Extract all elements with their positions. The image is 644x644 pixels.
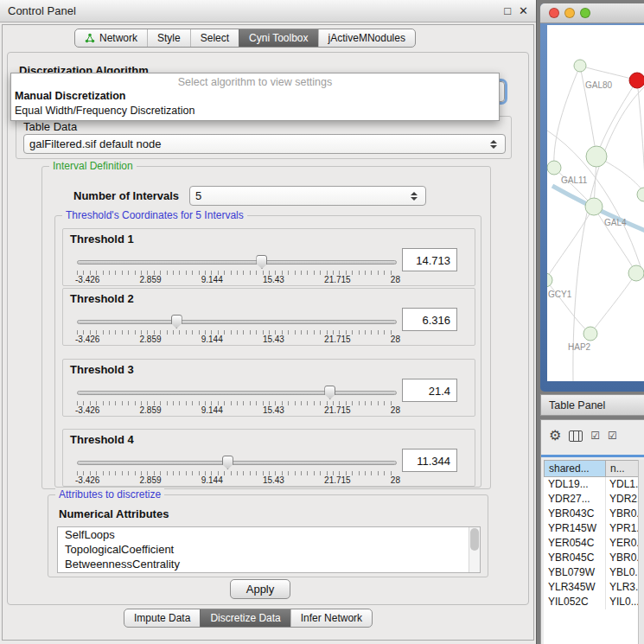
cell[interactable]: YBR045C <box>544 551 606 565</box>
table-row[interactable]: YER054CYER0... <box>544 536 638 551</box>
minimize-traffic-light-icon[interactable] <box>564 8 575 18</box>
select-checkbox-icon[interactable]: ☑ <box>608 430 617 441</box>
cell[interactable]: YIL052C <box>544 595 606 609</box>
table-row[interactable]: YDR27...YDR2... <box>544 492 638 507</box>
network-node[interactable] <box>637 188 644 201</box>
slider-thumb[interactable] <box>171 315 182 328</box>
network-node[interactable] <box>586 146 607 167</box>
cell[interactable]: YLR345W <box>544 580 606 595</box>
threshold-2-panel: Threshold 2 -3.426 2.859 9.144 15.43 21.… <box>62 288 475 346</box>
scale-tick-label: 15.43 <box>263 335 284 344</box>
table-row[interactable]: YBR043CYBR0... <box>544 507 638 521</box>
tab-impute-data[interactable]: Impute Data <box>124 609 200 627</box>
slider-track[interactable] <box>77 320 397 324</box>
cell[interactable]: YDR27... <box>544 492 606 507</box>
cell[interactable]: YBR0... <box>606 507 638 521</box>
tab-style[interactable]: Style <box>147 29 190 47</box>
scale-tick-label: 2.859 <box>140 275 162 284</box>
table-row[interactable]: YBR045CYBR0... <box>544 551 638 565</box>
slider-track[interactable] <box>77 260 397 265</box>
attributes-group: Attributes to discretize Numerical Attri… <box>48 494 488 577</box>
network-node[interactable] <box>547 161 561 175</box>
number-of-intervals-select[interactable]: 5 <box>189 186 426 206</box>
slider-track[interactable] <box>77 461 397 465</box>
cell[interactable]: YER054C <box>544 536 606 551</box>
threshold-2-slider[interactable] <box>77 315 397 330</box>
list-item[interactable]: TopologicalCoefficient <box>58 542 480 557</box>
slider-track[interactable] <box>77 391 397 395</box>
threshold-3-value-field[interactable]: 21.4 <box>402 379 457 402</box>
tab-network[interactable]: Network <box>75 29 147 47</box>
cell[interactable]: YPR145W <box>544 521 606 536</box>
cell[interactable]: YER0... <box>606 536 638 551</box>
tab-jactivemnodules[interactable]: jActiveMNodules <box>318 29 415 47</box>
network-graph: GAL80 GAL11 GAL4 GCY1 HAP2 <box>547 25 644 381</box>
select-checkbox-icon[interactable]: ☑ <box>590 430 600 441</box>
table-row[interactable]: YPR145WYPR1... <box>544 521 638 536</box>
gear-icon[interactable]: ⚙ <box>549 429 561 443</box>
close-icon[interactable]: ✕ <box>519 4 528 17</box>
tab-label: Style <box>157 32 181 44</box>
network-node[interactable] <box>547 273 552 287</box>
network-node[interactable] <box>628 265 644 281</box>
tab-cyni-toolbox[interactable]: Cyni Toolbox <box>239 29 317 47</box>
cell[interactable]: YBR043C <box>544 507 606 521</box>
table-row[interactable]: YBL079WYBL0... <box>544 565 638 580</box>
table-row[interactable]: YLR345WYLR3... <box>544 580 638 595</box>
threshold-4-value-field[interactable]: 11.344 <box>402 449 457 472</box>
network-node[interactable] <box>583 327 597 341</box>
scale-tick-label: -3.426 <box>75 275 99 284</box>
float-window-icon[interactable]: □ <box>504 4 511 17</box>
scale-tick-label: 9.144 <box>201 275 223 284</box>
network-node[interactable] <box>574 60 586 72</box>
slider-thumb[interactable] <box>256 255 267 269</box>
cell[interactable]: YDL1... <box>606 477 638 492</box>
cell[interactable]: YBL0... <box>606 565 638 580</box>
slider-scale: -3.426 2.859 9.144 15.43 21.715 28 <box>75 275 400 284</box>
cell[interactable]: YDR2... <box>606 492 638 507</box>
cell[interactable]: YBL079W <box>544 565 606 580</box>
slider-thumb[interactable] <box>324 386 335 399</box>
dropdown-option-equal-width[interactable]: Equal Width/Frequency Discretization <box>11 104 499 118</box>
dropdown-option-manual-discretization[interactable]: Manual Discretization <box>11 89 499 104</box>
cell[interactable]: YPR1... <box>606 521 638 536</box>
table-row[interactable]: YIL052CYIL0... <box>544 595 638 609</box>
network-node-label: GAL11 <box>561 175 588 185</box>
cell[interactable]: YDL19... <box>544 477 606 492</box>
threshold-1-value-field[interactable]: 14.713 <box>402 248 457 271</box>
table-row[interactable]: YDL19...YDL1... <box>544 477 638 492</box>
cell[interactable]: YLR3... <box>606 580 638 595</box>
table-data-select[interactable]: galFiltered.sif default node <box>23 134 506 154</box>
apply-button[interactable]: Apply <box>230 579 290 599</box>
table-data-label: Table Data <box>23 120 77 133</box>
network-canvas[interactable]: GAL80 GAL11 GAL4 GCY1 HAP2 <box>547 25 644 381</box>
network-node-label: GAL4 <box>604 218 627 227</box>
cell[interactable]: YIL0... <box>606 595 638 609</box>
column-header-shared-name[interactable]: shared... <box>544 460 606 477</box>
close-traffic-light-icon[interactable] <box>549 8 559 18</box>
top-tab-bar: Network Style Select Cyni Toolbox jActiv… <box>74 29 416 48</box>
tab-select[interactable]: Select <box>190 29 239 47</box>
network-view-window[interactable]: GAL80 GAL11 GAL4 GCY1 HAP2 <box>540 3 644 392</box>
zoom-traffic-light-icon[interactable] <box>580 8 590 18</box>
attributes-list-scrollbar[interactable] <box>469 527 480 572</box>
tab-discretize-data[interactable]: Discretize Data <box>200 609 290 627</box>
scrollbar-thumb[interactable] <box>470 528 479 551</box>
control-panel-window: Control Panel □ ✕ Network St <box>0 0 537 644</box>
cell[interactable]: YBR0... <box>606 551 638 565</box>
network-node-selected-red[interactable] <box>629 73 644 88</box>
table-scrollbar[interactable] <box>638 460 644 644</box>
threshold-2-value-field[interactable]: 6.316 <box>402 308 457 331</box>
scale-tick-label: 28 <box>391 275 400 284</box>
list-item[interactable]: BetweennessCentrality <box>58 557 480 571</box>
slider-thumb[interactable] <box>222 456 233 469</box>
threshold-4-slider[interactable] <box>77 456 397 471</box>
network-node[interactable] <box>585 198 603 215</box>
threshold-1-slider[interactable] <box>77 255 397 271</box>
threshold-3-slider[interactable] <box>77 386 397 401</box>
list-item[interactable]: SelfLoops <box>58 527 480 542</box>
column-header-name[interactable]: n... <box>606 460 639 477</box>
tab-infer-network[interactable]: Infer Network <box>290 609 372 627</box>
interval-definition-group: Interval Definition Number of Intervals … <box>41 166 491 489</box>
columns-icon[interactable] <box>569 430 583 442</box>
